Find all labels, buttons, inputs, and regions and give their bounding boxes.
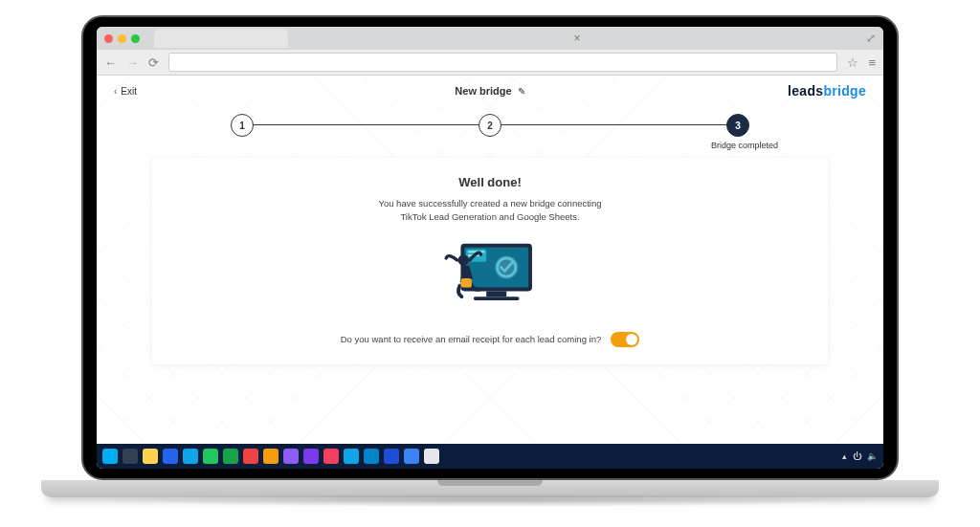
email-receipt-label: Do you want to receive an email receipt … bbox=[341, 334, 601, 344]
nav-reload-icon[interactable]: ⟳ bbox=[148, 55, 159, 70]
success-illustration bbox=[434, 238, 546, 320]
email-receipt-toggle[interactable] bbox=[611, 332, 639, 347]
browser-address-bar: ← → ⟳ ☆ ≡ bbox=[97, 50, 883, 76]
taskbar-app-icon[interactable] bbox=[404, 449, 419, 464]
laptop-shadow bbox=[93, 494, 887, 507]
svg-point-9 bbox=[458, 254, 469, 265]
browser-tab[interactable] bbox=[154, 29, 288, 48]
taskbar-app-icon[interactable] bbox=[263, 449, 278, 464]
taskbar-app-icon[interactable] bbox=[303, 449, 319, 464]
tray-volume-icon[interactable]: 🔈 bbox=[867, 451, 878, 461]
brand-logo: leadsbridge bbox=[788, 83, 866, 99]
start-button-icon[interactable] bbox=[102, 449, 118, 464]
traffic-light-close-icon[interactable] bbox=[104, 34, 113, 43]
card-body-line1: You have successfully created a new brid… bbox=[289, 197, 691, 210]
progress-stepper: 1 2 3 Bridge completed bbox=[231, 114, 749, 137]
traffic-light-max-icon[interactable] bbox=[131, 34, 140, 43]
step-1[interactable]: 1 bbox=[231, 114, 254, 137]
svg-rect-8 bbox=[474, 296, 520, 300]
step-2[interactable]: 2 bbox=[479, 114, 501, 137]
taskbar-app-icon[interactable] bbox=[183, 449, 198, 464]
tray-chevron-up-icon[interactable]: ▴ bbox=[842, 451, 847, 461]
system-tray[interactable]: ▴ ⏻ 🔈 bbox=[842, 451, 878, 461]
taskbar-app-icon[interactable] bbox=[203, 449, 218, 464]
svg-rect-10 bbox=[460, 278, 471, 288]
tray-power-icon[interactable]: ⏻ bbox=[853, 451, 861, 461]
tab-close-icon[interactable]: × bbox=[573, 32, 580, 45]
taskbar-search-icon[interactable] bbox=[122, 449, 138, 464]
nav-forward-icon: → bbox=[126, 55, 139, 70]
expand-window-icon[interactable]: ⤢ bbox=[866, 32, 876, 45]
browser-menu-icon[interactable]: ≡ bbox=[868, 55, 876, 70]
step-3-label: Bridge completed bbox=[711, 141, 778, 150]
card-heading: Well done! bbox=[171, 175, 809, 189]
page-header: ‹ Exit New bridge ✎ leadsbridge bbox=[97, 76, 883, 106]
taskbar-app-icon[interactable] bbox=[243, 449, 258, 464]
page-content: ‹ Exit New bridge ✎ leadsbridge bbox=[97, 76, 883, 444]
chevron-left-icon: ‹ bbox=[114, 86, 117, 97]
url-input[interactable] bbox=[168, 53, 837, 72]
taskbar-app-icon[interactable] bbox=[143, 449, 158, 464]
taskbar-app-icon[interactable] bbox=[364, 449, 379, 464]
windows-taskbar: ▴ ⏻ 🔈 bbox=[97, 444, 883, 469]
exit-label: Exit bbox=[121, 86, 137, 97]
taskbar-app-icon[interactable] bbox=[424, 449, 439, 464]
taskbar-app-icon[interactable] bbox=[323, 449, 339, 464]
nav-back-icon[interactable]: ← bbox=[104, 55, 117, 70]
laptop-notch bbox=[437, 480, 543, 486]
card-body-line2: TikTok Lead Generation and Google Sheets… bbox=[289, 210, 691, 224]
taskbar-app-icon[interactable] bbox=[163, 449, 178, 464]
exit-button[interactable]: ‹ Exit bbox=[114, 86, 137, 97]
browser-tab-bar: × ⤢ bbox=[97, 27, 883, 50]
page-title: New bridge bbox=[455, 85, 511, 97]
taskbar-app-icon[interactable] bbox=[283, 449, 299, 464]
taskbar-app-icon[interactable] bbox=[223, 449, 238, 464]
step-3-active[interactable]: 3 bbox=[726, 114, 749, 137]
traffic-light-min-icon[interactable] bbox=[118, 34, 126, 43]
svg-rect-7 bbox=[486, 291, 506, 296]
bookmark-star-icon[interactable]: ☆ bbox=[847, 55, 858, 70]
completion-card: Well done! You have successfully created… bbox=[152, 158, 828, 364]
edit-title-icon[interactable]: ✎ bbox=[518, 86, 525, 97]
taskbar-app-icon[interactable] bbox=[344, 449, 359, 464]
taskbar-app-icon[interactable] bbox=[384, 449, 399, 464]
